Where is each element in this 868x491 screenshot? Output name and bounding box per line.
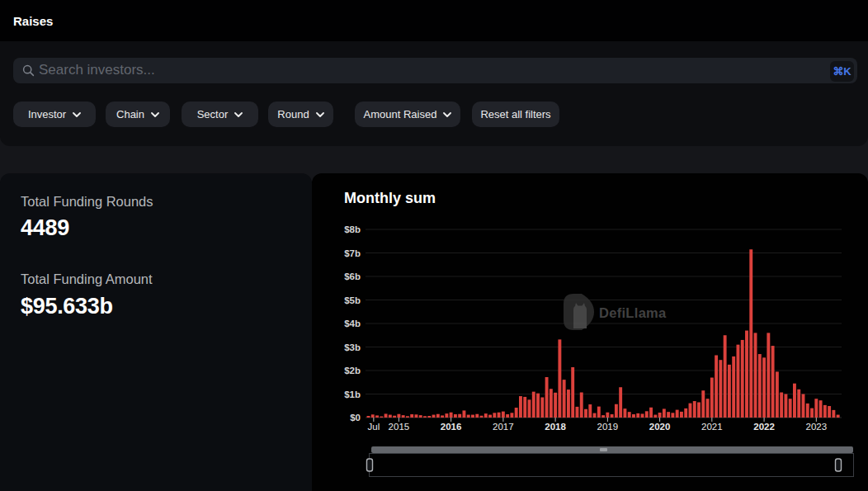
svg-text:$2b: $2b xyxy=(344,366,361,375)
svg-text:2017: 2017 xyxy=(493,422,514,432)
svg-text:$6b: $6b xyxy=(344,271,361,281)
svg-text:DefiLlama: DefiLlama xyxy=(599,305,667,320)
svg-text:2016: 2016 xyxy=(441,422,462,432)
svg-text:2015: 2015 xyxy=(389,422,410,432)
svg-text:$5b: $5b xyxy=(344,295,361,305)
svg-text:$1b: $1b xyxy=(344,389,361,399)
svg-text:$0: $0 xyxy=(350,413,361,423)
svg-text:2018: 2018 xyxy=(545,422,566,432)
svg-text:Jul: Jul xyxy=(367,422,380,432)
svg-text:$3b: $3b xyxy=(344,342,361,352)
svg-text:2022: 2022 xyxy=(753,422,775,432)
svg-text:$7b: $7b xyxy=(344,248,361,258)
svg-text:$4b: $4b xyxy=(344,319,361,328)
svg-text:2023: 2023 xyxy=(806,422,828,432)
svg-text:2019: 2019 xyxy=(597,422,619,432)
svg-text:2020: 2020 xyxy=(649,422,671,432)
svg-text:$8b: $8b xyxy=(344,224,361,234)
svg-text:2021: 2021 xyxy=(701,422,723,432)
